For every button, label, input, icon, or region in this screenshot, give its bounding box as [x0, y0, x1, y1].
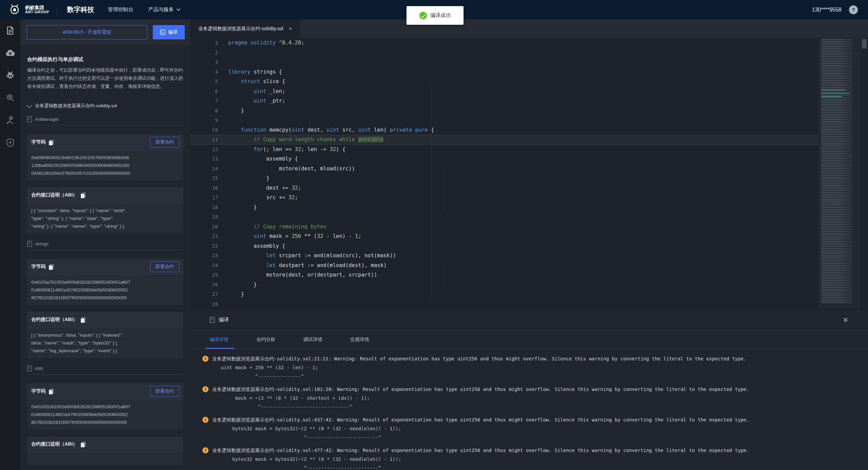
code-text: } — [228, 106, 244, 116]
close-icon[interactable]: × — [289, 25, 292, 32]
success-check-icon — [419, 12, 427, 19]
code-token: uint — [254, 233, 266, 239]
sidebar-item-inspect[interactable] — [0, 87, 20, 109]
sidebar-item-security[interactable] — [0, 131, 20, 154]
code-line[interactable]: 18 } — [190, 203, 818, 212]
code-token: (; len >= — [263, 146, 295, 152]
code-line[interactable]: 17 src += 32; — [190, 193, 818, 203]
panel-tab-交易详情[interactable]: 交易详情 — [350, 337, 369, 343]
code-line[interactable]: 24 let destpart := and(mload(dest), mask… — [190, 261, 818, 270]
code-line[interactable]: 21 uint mask = 256 ** (32 - len) - 1; — [190, 231, 818, 241]
abi-label: 合约接口说明（ABI） — [31, 192, 77, 198]
code-text: } — [228, 173, 269, 183]
app-root: 蚂蚁集团 ANT GROUP 数字科技 管理控制台 产品与服务 130****9… — [0, 0, 868, 470]
comment-token: // Copy remaining bytes — [254, 224, 327, 230]
warning-code: uint mask = 256 ** (32 - len) - 1; — [202, 363, 868, 372]
code-token — [228, 88, 254, 94]
deploy-contract-button[interactable]: 部署合约 — [150, 261, 179, 272]
code-line[interactable]: 23 let srcpart := and(mload(src), not(ma… — [190, 251, 818, 261]
deploy-contract-button[interactable]: 部署合约 — [150, 137, 179, 148]
code-token: } — [228, 291, 244, 297]
sidebar-item-tools[interactable] — [0, 109, 20, 131]
sidebar-item-cloud-upload[interactable] — [0, 42, 20, 64]
code-line[interactable]: 22 assembly { — [190, 241, 818, 251]
code-line[interactable]: 6 uint _len; — [190, 87, 818, 96]
contract-sections: ArtManager字节码部署合约0x608060405234801561001… — [27, 116, 183, 465]
abi-line: [ { "constant": false, "inputs": [ { "na… — [31, 207, 179, 214]
code-line[interactable]: 27 } — [190, 289, 818, 299]
indent-guide — [444, 164, 444, 212]
code-token: private — [390, 127, 412, 133]
code-line[interactable]: 28 — [190, 299, 818, 309]
code-text: mstore(dest, or(destpart, srcpart)) — [228, 270, 377, 280]
contract-item[interactable]: ArtManager — [27, 116, 183, 126]
contract-item[interactable]: utils — [27, 365, 183, 375]
sidebar-item-contract-document[interactable] — [0, 19, 20, 42]
panel-tab-编译详情[interactable]: 编译详情 — [210, 337, 229, 343]
code-line[interactable]: 3 — [190, 57, 818, 67]
copy-icon[interactable] — [49, 140, 53, 145]
user-phone[interactable]: 130****9558 — [812, 7, 842, 13]
copy-icon[interactable] — [81, 442, 85, 447]
line-number: 15 — [190, 173, 228, 183]
panel-tab-合约分析[interactable]: 合约分析 — [256, 337, 275, 343]
panel-tab-调试详情[interactable]: 调试详情 — [303, 337, 322, 343]
code-line[interactable]: 25 mstore(dest, or(destpart, srcpart)) — [190, 270, 818, 280]
editor-tab-active[interactable]: 业务逻辑数据浏览器展示合约-solidity.sol × — [190, 19, 300, 38]
bytecode-line: 128be806100206000396000f300608060405260 — [31, 162, 179, 169]
code-line[interactable]: 2 — [190, 48, 818, 58]
code-line[interactable]: 15 } — [190, 173, 818, 183]
line-number: 1 — [190, 38, 228, 48]
code-line[interactable]: 7 uint _ptr; — [190, 96, 818, 106]
copy-icon[interactable] — [49, 264, 53, 269]
collapse-panel-button[interactable] — [843, 317, 848, 323]
code-line[interactable]: 11 // Copy word-length chunks while poss… — [190, 135, 818, 145]
code-line[interactable]: 19 — [190, 212, 818, 222]
code-line[interactable]: 16 dest += 32; — [190, 183, 818, 193]
bytecode-value: 0x6103a761002e600b82828239805160001a607f… — [27, 275, 183, 305]
editor-scrollbar-thumb[interactable] — [862, 39, 867, 49]
code-line[interactable]: 5 struct slice { — [190, 77, 818, 87]
warning-item: i业务逻辑数据浏览器展示合约-solidity.sol:21:21: Warni… — [202, 354, 868, 381]
code-token: ; — [295, 194, 298, 201]
code-line[interactable]: 8 } — [190, 106, 818, 116]
code-line[interactable]: 14 mstore(dest, mload(src)) — [190, 164, 818, 174]
minimap[interactable] — [818, 38, 860, 309]
minimap-match-mark — [821, 96, 842, 97]
code-line[interactable]: 26 } — [190, 280, 818, 290]
help-icon[interactable]: ? — [849, 5, 858, 14]
sidebar-item-debug[interactable] — [0, 64, 20, 87]
editor-tab-bar: 业务逻辑数据浏览器展示合约-solidity.sol × — [190, 19, 868, 38]
copy-icon[interactable] — [81, 317, 85, 322]
code-token: dest, — [304, 127, 326, 133]
terminal-icon — [160, 30, 165, 35]
compile-button[interactable]: 编译 — [153, 25, 185, 39]
editor-scrollbar[interactable] — [861, 38, 867, 309]
console-link[interactable]: 管理控制台 — [108, 6, 133, 13]
code-line[interactable]: 10 function memcpy(uint dest, uint src, … — [190, 125, 818, 135]
warning-code: bytes32 mask = bytes32(~(2 ** (8 * (32 -… — [202, 424, 868, 433]
copy-icon[interactable] — [81, 193, 85, 198]
code-text: library strings { — [228, 67, 282, 77]
contract-item[interactable]: strings — [27, 241, 183, 250]
left-icon-rail — [0, 19, 20, 470]
copy-icon[interactable] — [49, 389, 53, 394]
code-line[interactable]: 9 — [190, 115, 818, 125]
code-token: uint — [254, 98, 266, 104]
code-line[interactable]: 12 for(; len >= 32; len -= 32) { — [190, 145, 818, 154]
deploy-contract-button[interactable]: 部署合约 — [150, 386, 179, 397]
code-line[interactable]: 4library strings { — [190, 67, 818, 77]
contract-name: utils — [35, 366, 43, 371]
file-tree-header[interactable]: 业务逻辑数据浏览器展示合约-solidity.sol — [27, 103, 183, 109]
comment-token: possible — [358, 136, 384, 143]
panel-title: 编译 — [219, 317, 229, 323]
code-token: 32 — [295, 146, 301, 152]
code-line[interactable]: 13 assembly { — [190, 154, 818, 164]
code-token: uint — [326, 127, 339, 133]
code-line[interactable]: 1pragma solidity ^0.4.20; — [190, 38, 818, 48]
abi-line: [ { "anonymous": false, "inputs": [ { "i… — [31, 331, 179, 339]
code-line[interactable]: 20 // Copy remaining bytes — [190, 222, 818, 232]
chain-select-input[interactable] — [26, 25, 147, 39]
products-services-menu[interactable]: 产品与服务 — [148, 6, 181, 13]
contract-name: strings — [35, 241, 49, 246]
